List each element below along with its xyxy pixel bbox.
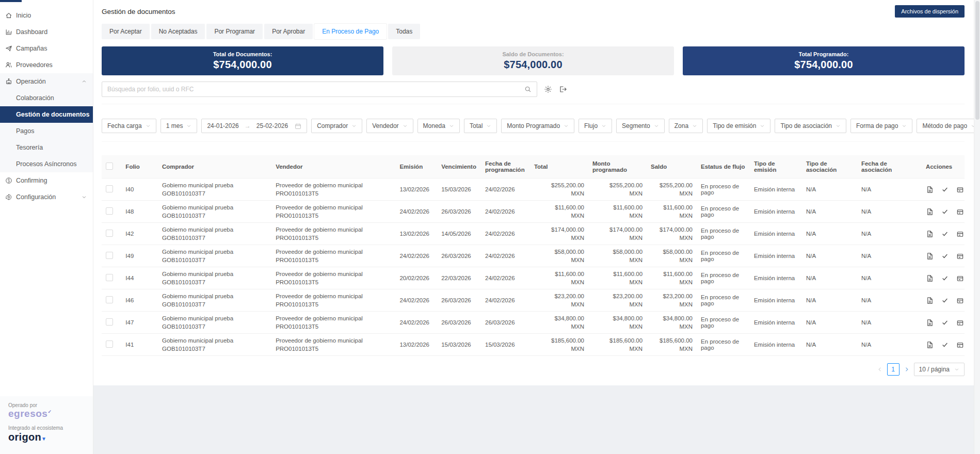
settings-gear-icon[interactable] (544, 85, 552, 93)
cell-tipo-asociacion: N/A (802, 179, 857, 201)
filter-1-mes[interactable]: 1 mes (160, 119, 198, 133)
row-checkbox[interactable] (106, 230, 113, 237)
cell-tipo-emision: Emisión interna (750, 312, 802, 334)
cell-fecha-asociacion: N/A (857, 312, 922, 334)
row-checkbox[interactable] (106, 252, 113, 259)
cell-vencimiento: 14/05/2026 (437, 223, 481, 245)
view-document-icon[interactable] (926, 341, 934, 349)
approve-document-icon[interactable] (941, 252, 949, 260)
view-document-icon[interactable] (926, 274, 934, 282)
filter-tipo-de-emisión[interactable]: Tipo de emisión (707, 119, 770, 133)
tab-en-proceso-de-pago[interactable]: En Proceso de Pago (314, 24, 387, 39)
cell-programacion: 24/02/2026 (481, 267, 530, 289)
search-box[interactable] (102, 82, 537, 97)
view-document-icon[interactable] (926, 319, 934, 327)
dollar-icon (5, 177, 12, 184)
payment-detail-icon[interactable] (956, 252, 964, 260)
chevron-left-icon[interactable] (877, 366, 883, 372)
approve-document-icon[interactable] (941, 341, 949, 348)
search-input[interactable] (107, 86, 524, 93)
approve-document-icon[interactable] (941, 297, 949, 304)
filter-daterange[interactable]: 24-01-2026→25-02-2026 (201, 119, 307, 133)
daterange-end[interactable]: 25-02-2026 (256, 122, 288, 129)
export-icon[interactable] (559, 85, 567, 93)
payment-detail-icon[interactable] (956, 230, 964, 238)
sidebar-item-label: Dashboard (16, 28, 47, 36)
payment-detail-icon[interactable] (956, 341, 964, 349)
payment-detail-icon[interactable] (956, 186, 964, 193)
tab-por-programar[interactable]: Por Programar (206, 24, 263, 39)
sidebar-item-operacion[interactable]: Operación (0, 73, 93, 90)
sidebar-item-procesos-asincronos[interactable]: Procesos Asíncronos (0, 156, 93, 172)
select-all-checkbox[interactable] (106, 163, 113, 170)
page-size-select[interactable]: 10 / página (914, 363, 965, 376)
page-number[interactable]: 1 (887, 363, 899, 376)
row-checkbox[interactable] (106, 318, 113, 326)
approve-document-icon[interactable] (941, 319, 949, 326)
approve-document-icon[interactable] (941, 186, 949, 193)
view-document-icon[interactable] (926, 252, 934, 260)
view-document-icon[interactable] (926, 297, 934, 304)
filter-fecha-carga[interactable]: Fecha carga (102, 119, 156, 133)
row-checkbox[interactable] (106, 207, 113, 215)
filter-flujo[interactable]: Flujo (579, 119, 612, 133)
sidebar-item-proveedores[interactable]: Proveedores (0, 57, 93, 73)
view-document-icon[interactable] (926, 230, 934, 238)
filter-monto-programado[interactable]: Monto Programado (501, 119, 574, 133)
payment-detail-icon[interactable] (956, 297, 964, 304)
scrollbar-thumb[interactable] (975, 1, 979, 120)
filter-tipo-de-asociación[interactable]: Tipo de asociación (775, 119, 846, 133)
filter-vendedor[interactable]: Vendedor (366, 119, 413, 133)
filter-comprador[interactable]: Comprador (311, 119, 362, 133)
tab-todas[interactable]: Todas (388, 24, 420, 39)
row-checkbox[interactable] (106, 340, 113, 348)
cell-vendedor: Proveedor de gobierno municipalPRO010101… (271, 312, 395, 334)
dispersion-files-button[interactable]: Archivos de dispersión (895, 5, 965, 18)
tab-no-aceptadas[interactable]: No Aceptadas (151, 24, 205, 39)
view-document-icon[interactable] (926, 186, 934, 193)
payment-detail-icon[interactable] (956, 319, 964, 327)
approve-document-icon[interactable] (941, 230, 949, 237)
sidebar-item-confirming[interactable]: Confirming (0, 172, 93, 189)
filter-zona[interactable]: Zona (669, 119, 703, 133)
view-document-icon[interactable] (926, 208, 934, 216)
approve-document-icon[interactable] (941, 274, 949, 282)
comprador-codigo: GOB1010103T7 (162, 279, 267, 285)
search-icon[interactable] (524, 86, 532, 93)
table-row: I46Gobierno municipal pruebaGOB1010103T7… (102, 289, 965, 312)
cell-fecha-asociacion: N/A (857, 223, 922, 245)
row-checkbox[interactable] (106, 185, 113, 192)
chevron-down-icon (449, 123, 454, 128)
sidebar-item-colaboracion[interactable]: Colaboración (0, 90, 93, 106)
sidebar-item-campanas[interactable]: Campañas (0, 40, 93, 57)
tab-por-aprobar[interactable]: Por Aprobar (264, 24, 313, 39)
cell-monto: $23,200.00MXN (588, 289, 647, 312)
sidebar-item-inicio[interactable]: Inicio (0, 7, 93, 24)
chevron-right-icon[interactable] (904, 366, 910, 372)
tab-por-aceptar[interactable]: Por Aceptar (102, 24, 150, 39)
table-row: I41Gobierno municipal pruebaGOB1010103T7… (102, 334, 965, 356)
cell-vencimiento: 15/03/2026 (437, 334, 481, 356)
payment-detail-icon[interactable] (956, 208, 964, 216)
sidebar-item-gestion-de-documentos[interactable]: Gestión de documentos (0, 106, 93, 123)
approve-document-icon[interactable] (941, 208, 949, 215)
filter-total[interactable]: Total (464, 119, 497, 133)
scrollbar[interactable] (974, 0, 980, 454)
daterange-start[interactable]: 24-01-2026 (207, 122, 238, 129)
sidebar-item-dashboard[interactable]: Dashboard (0, 24, 93, 40)
payment-detail-icon[interactable] (956, 274, 964, 282)
row-checkbox[interactable] (106, 274, 113, 281)
monto-value: $23,200.00 (592, 293, 642, 299)
sidebar-item-pagos[interactable]: Pagos (0, 123, 93, 139)
sidebar-item-configuracion[interactable]: Configuración (0, 189, 93, 205)
cell-folio: I49 (121, 245, 158, 267)
filter-método-de-pago[interactable]: Método de pago (917, 119, 980, 133)
cell-emision: 24/02/2026 (395, 312, 437, 334)
sidebar-item-tesoreria[interactable]: Tesorería (0, 139, 93, 156)
row-checkbox[interactable] (106, 296, 113, 303)
filter-segmento[interactable]: Segmento (616, 119, 665, 133)
currency: MXN (651, 213, 693, 219)
filter-forma-de-pago[interactable]: Forma de pago (850, 119, 912, 133)
filter-moneda[interactable]: Moneda (417, 119, 460, 133)
filter-label: Tipo de emisión (713, 122, 756, 129)
